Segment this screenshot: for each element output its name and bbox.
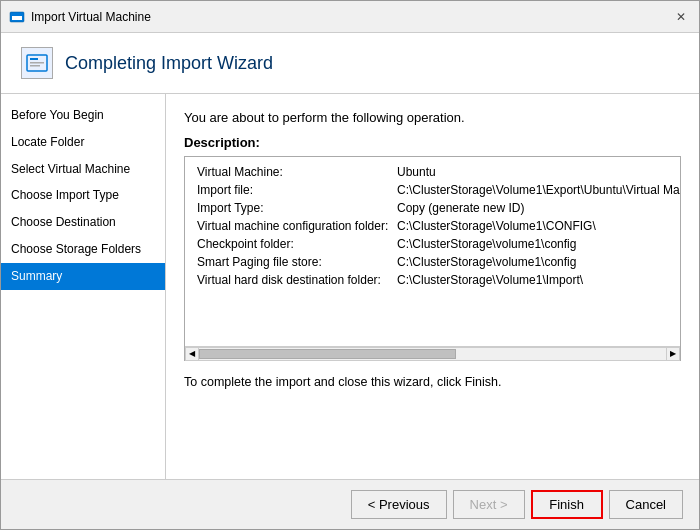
description-table: Virtual Machine:UbuntuImport file:C:\Clu… — [193, 163, 680, 289]
main-window: Import Virtual Machine ✕ Completing Impo… — [0, 0, 700, 530]
scroll-left-button[interactable]: ◀ — [185, 347, 199, 361]
window-icon — [9, 9, 25, 25]
scroll-thumb — [199, 349, 456, 359]
table-row: Virtual hard disk destination folder:C:\… — [193, 271, 680, 289]
row-label: Virtual machine configuration folder: — [193, 217, 393, 235]
row-label: Import Type: — [193, 199, 393, 217]
row-value: C:\ClusterStorage\Volume1\Export\Ubuntu\… — [393, 181, 680, 199]
row-label: Import file: — [193, 181, 393, 199]
sidebar-item-summary[interactable]: Summary — [1, 263, 165, 290]
title-bar: Import Virtual Machine ✕ — [1, 1, 699, 33]
sidebar: Before You Begin Locate Folder Select Vi… — [1, 94, 166, 479]
table-row: Import file:C:\ClusterStorage\Volume1\Ex… — [193, 181, 680, 199]
scroll-right-button[interactable]: ▶ — [666, 347, 680, 361]
table-row: Virtual machine configuration folder:C:\… — [193, 217, 680, 235]
wizard-content: Before You Begin Locate Folder Select Vi… — [1, 94, 699, 479]
table-row: Import Type:Copy (generate new ID) — [193, 199, 680, 217]
previous-button[interactable]: < Previous — [351, 490, 447, 519]
row-label: Smart Paging file store: — [193, 253, 393, 271]
header-icon — [21, 47, 53, 79]
row-value: Copy (generate new ID) — [393, 199, 680, 217]
description-label: Description: — [184, 135, 681, 150]
row-value: C:\ClusterStorage\volume1\config — [393, 235, 680, 253]
row-value: C:\ClusterStorage\volume1\config — [393, 253, 680, 271]
horizontal-scrollbar[interactable]: ◀ ▶ — [185, 346, 680, 360]
sidebar-item-before-you-begin[interactable]: Before You Begin — [1, 102, 165, 129]
sidebar-item-choose-import-type[interactable]: Choose Import Type — [1, 182, 165, 209]
description-scroll-area[interactable]: Virtual Machine:UbuntuImport file:C:\Clu… — [185, 157, 680, 346]
footer-bar: < Previous Next > Finish Cancel — [1, 479, 699, 529]
scroll-track — [199, 347, 666, 361]
wizard-title: Completing Import Wizard — [65, 53, 273, 74]
sidebar-item-choose-storage-folders[interactable]: Choose Storage Folders — [1, 236, 165, 263]
row-value: Ubuntu — [393, 163, 680, 181]
wizard-icon — [25, 51, 49, 75]
cancel-button[interactable]: Cancel — [609, 490, 683, 519]
footer-instruction: To complete the import and close this wi… — [184, 375, 681, 389]
svg-rect-5 — [30, 62, 44, 64]
table-row: Virtual Machine:Ubuntu — [193, 163, 680, 181]
title-bar-left: Import Virtual Machine — [9, 9, 151, 25]
row-value: C:\ClusterStorage\Volume1\CONFIG\ — [393, 217, 680, 235]
row-label: Virtual hard disk destination folder: — [193, 271, 393, 289]
sidebar-item-choose-destination[interactable]: Choose Destination — [1, 209, 165, 236]
svg-rect-2 — [12, 14, 22, 16]
main-panel: You are about to perform the following o… — [166, 94, 699, 479]
close-button[interactable]: ✕ — [671, 7, 691, 27]
table-row: Smart Paging file store:C:\ClusterStorag… — [193, 253, 680, 271]
next-button[interactable]: Next > — [453, 490, 525, 519]
description-box: Virtual Machine:UbuntuImport file:C:\Clu… — [184, 156, 681, 361]
wizard-header: Completing Import Wizard — [1, 33, 699, 94]
row-value: C:\ClusterStorage\Volume1\Import\ — [393, 271, 680, 289]
window-title: Import Virtual Machine — [31, 10, 151, 24]
finish-button[interactable]: Finish — [531, 490, 603, 519]
svg-rect-6 — [30, 65, 40, 67]
intro-text: You are about to perform the following o… — [184, 110, 681, 125]
sidebar-item-locate-folder[interactable]: Locate Folder — [1, 129, 165, 156]
row-label: Virtual Machine: — [193, 163, 393, 181]
row-label: Checkpoint folder: — [193, 235, 393, 253]
table-row: Checkpoint folder:C:\ClusterStorage\volu… — [193, 235, 680, 253]
sidebar-item-select-vm[interactable]: Select Virtual Machine — [1, 156, 165, 183]
svg-rect-4 — [30, 58, 38, 60]
